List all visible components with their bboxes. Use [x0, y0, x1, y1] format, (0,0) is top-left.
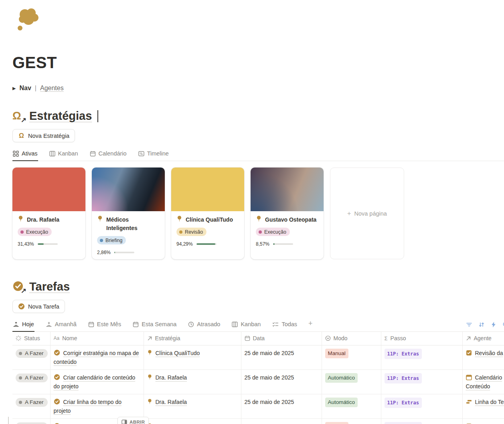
tab-label: Todas — [281, 321, 297, 327]
tab-kanban-tasks[interactable]: Kanban — [231, 319, 261, 332]
text-cursor — [97, 110, 98, 122]
strategies-view-tabs: Ativas Kanban Calendário Timeline — [12, 148, 504, 161]
agent-link[interactable]: Linha do Te — [475, 399, 504, 405]
tab-esta-semana[interactable]: Esta Semana — [132, 319, 177, 332]
date-value[interactable]: 25 de maio de 2025 — [241, 369, 322, 394]
status-label: Execução — [264, 229, 286, 235]
tab-este-mes[interactable]: Este Mês — [88, 319, 121, 332]
strategy-card-medicos-inteligentes[interactable]: Médicos Inteligentes Briefing 2,86% — [92, 168, 165, 259]
new-task-label: Nova Tarefa — [28, 303, 59, 310]
checklist-icon — [272, 321, 279, 327]
new-task-button[interactable]: Nova Tarefa — [12, 300, 65, 313]
toggle-triangle-icon[interactable]: ▶ — [12, 86, 16, 91]
column-header-agente[interactable]: Agente — [462, 332, 504, 345]
column-header-modo[interactable]: Modo — [322, 332, 381, 345]
automation-icon[interactable] — [491, 321, 496, 328]
task-link[interactable]: Criar linha do tempo do projeto — [54, 399, 122, 414]
step-pill[interactable]: 11P: Extras — [385, 398, 422, 408]
column-header-estrategia[interactable]: Estratégia — [144, 332, 241, 345]
status-badge[interactable]: Execução — [256, 228, 290, 236]
step-pill[interactable]: 11P: Extras — [385, 373, 422, 384]
tab-kanban[interactable]: Kanban — [49, 148, 79, 161]
search-icon[interactable] — [502, 321, 504, 328]
tab-ativas[interactable]: Ativas — [12, 148, 38, 161]
pin-icon — [147, 400, 152, 406]
mode-pill[interactable]: Automático — [325, 373, 358, 383]
strategy-link[interactable]: Dra. Rafaela — [156, 374, 187, 381]
date-value[interactable]: 25 de maio de 2025 — [241, 394, 322, 418]
status-label: A Fazer — [25, 374, 44, 382]
tab-timeline[interactable]: Timeline — [138, 148, 169, 161]
tab-atrasado[interactable]: Atrasado — [188, 319, 221, 332]
step-pill[interactable]: 11P: Extras — [385, 422, 422, 424]
pin-icon — [176, 216, 182, 224]
pin-icon — [147, 375, 152, 382]
check-circle-icon — [54, 400, 60, 406]
strategies-gallery: Dra. Rafaela Execução 31,43% Médicos Int… — [12, 168, 504, 259]
status-pill[interactable]: A Fazer — [16, 398, 48, 407]
progress-percent: 94,29% — [176, 241, 193, 247]
clock-icon — [188, 321, 194, 327]
column-label: Modo — [334, 335, 348, 341]
status-pill[interactable]: A Fazer — [16, 422, 48, 424]
page-icon-cloud-blob[interactable] — [15, 6, 504, 33]
date-value[interactable]: 25 de maio de 2025 — [241, 345, 322, 369]
task-link[interactable]: Criar calendário de conteúdo do projeto — [54, 374, 136, 390]
tab-hoje[interactable]: Hoje — [12, 319, 34, 332]
mode-pill[interactable]: Manual — [325, 349, 348, 358]
card-name: Gustavo Osteopata — [265, 216, 316, 224]
card-cover — [12, 168, 85, 211]
strategies-title[interactable]: Estratégias — [29, 109, 92, 123]
status-dot — [20, 230, 24, 234]
step-pill[interactable]: 11P: Extras — [385, 349, 422, 359]
pin-icon — [256, 216, 262, 224]
new-strategy-button[interactable]: Ω Nova Estratégia — [12, 129, 75, 142]
tab-label: Atrasado — [197, 321, 220, 327]
open-label: ABRIR — [130, 420, 145, 424]
mode-pill[interactable]: Automático — [325, 398, 358, 407]
sunrise-icon — [13, 321, 19, 327]
date-value[interactable]: 25 de maio de 2025 — [241, 418, 322, 424]
tab-label: Hoje — [22, 321, 34, 327]
strategy-link[interactable]: Dra. Rafaela — [156, 399, 187, 405]
check-circle-icon — [54, 375, 60, 382]
relation-arrow-icon — [466, 336, 471, 341]
task-link[interactable]: Corrigir estratégia no mapa de conteúdo — [54, 350, 139, 365]
strategy-card-gustavo-osteopata[interactable]: Gustavo Osteopata Execução 8,57% — [251, 168, 324, 259]
column-label: Estratégia — [155, 335, 180, 341]
agentes-link[interactable]: Agentes — [40, 85, 64, 92]
column-header-status[interactable]: Status — [12, 332, 50, 345]
new-page-card[interactable]: + Nova página — [330, 168, 404, 259]
calendar-icon — [88, 321, 94, 327]
status-badge[interactable]: Briefing — [97, 236, 126, 244]
column-label: Data — [253, 335, 265, 341]
add-view-button[interactable]: + — [308, 319, 313, 331]
card-cover — [251, 168, 324, 211]
tab-todas[interactable]: Todas — [272, 319, 298, 332]
status-badge[interactable]: Revisão — [176, 228, 206, 236]
relation-arrow-icon — [147, 336, 152, 341]
status-pill[interactable]: A Fazer — [16, 349, 48, 358]
filter-icon[interactable] — [466, 321, 472, 328]
sort-icon[interactable] — [478, 321, 485, 328]
progress-bar — [38, 243, 58, 245]
open-side-peek-button[interactable]: ABRIR — [117, 417, 149, 424]
mode-pill[interactable]: Manual — [325, 422, 348, 424]
column-header-passo[interactable]: ΣPasso — [381, 332, 462, 345]
strategies-section-head: Ω↗ Estratégias — [12, 109, 504, 123]
status-pill[interactable]: A Fazer — [16, 374, 48, 382]
strategy-card-clinica-qualitudo[interactable]: Clínica QualiTudo Revisão 94,29% — [171, 168, 244, 259]
tasks-title[interactable]: Tarefas — [29, 280, 70, 293]
agent-link[interactable]: Revisão da — [475, 350, 503, 356]
strategy-card-dra-rafaela[interactable]: Dra. Rafaela Execução 31,43% — [12, 168, 85, 259]
status-badge[interactable]: Execução — [18, 228, 52, 236]
column-header-data[interactable]: Data — [241, 332, 322, 345]
column-header-nome[interactable]: AaNome — [50, 332, 144, 345]
tab-amanha[interactable]: Amanhã — [45, 319, 77, 332]
progress-percent: 2,86% — [97, 250, 111, 255]
tab-calendario[interactable]: Calendário — [89, 148, 127, 161]
strategy-link[interactable]: Clínica QualiTudo — [156, 350, 200, 356]
calendar-icon — [245, 335, 250, 341]
timeline-icon — [138, 151, 144, 157]
status-burst-icon — [16, 335, 21, 341]
